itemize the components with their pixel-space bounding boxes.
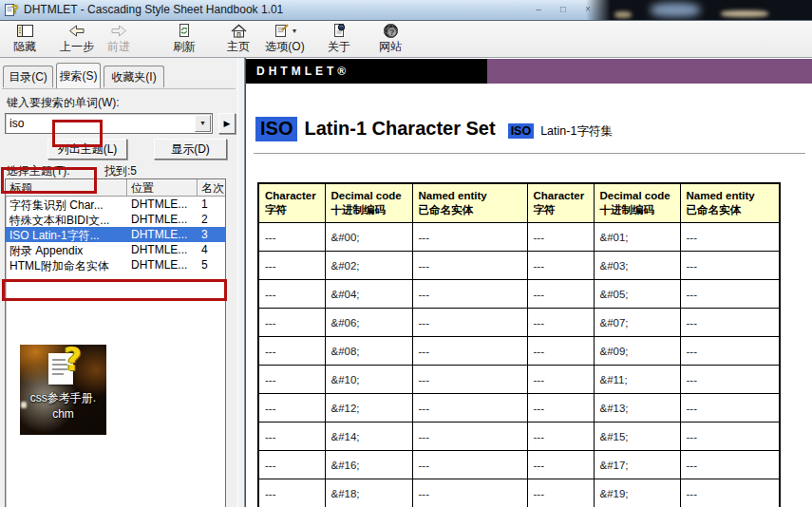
table-cell: --- — [527, 479, 594, 507]
next-word-button[interactable]: ▶ — [218, 113, 236, 134]
annotation-box-search-tab — [52, 120, 103, 147]
table-cell: --- — [258, 394, 325, 422]
table-cell: --- — [412, 422, 527, 451]
hide-button[interactable]: 隐藏 — [6, 22, 44, 56]
table-cell: &#01; — [594, 223, 680, 252]
tab-favorites[interactable]: 收藏夹(I) — [104, 66, 164, 87]
table-cell: --- — [258, 479, 325, 507]
list-item[interactable]: HTML附加命名实体DHTMLE...5 — [6, 257, 225, 272]
table-cell: &#15; — [594, 422, 680, 451]
options-icon: ▾ — [258, 22, 312, 40]
svg-text:?: ? — [11, 2, 19, 16]
result-title-cell: ISO Latin-1字符... — [6, 227, 127, 242]
list-item[interactable]: ISO Latin-1字符...DHTMLE...3 — [6, 227, 225, 242]
home-icon — [219, 22, 257, 40]
background-window-blur — [651, 3, 700, 17]
table-cell: --- — [258, 223, 325, 252]
table-cell: &#02; — [325, 252, 412, 280]
desktop-icon-label-line1: css参考手册. — [20, 391, 106, 405]
table-cell: --- — [412, 309, 527, 337]
table-cell: --- — [258, 309, 325, 337]
navigation-pane: 目录(C) 搜索(S) 收藏夹(I) 键入要搜索的单词(W): ▼ ▶ 列出主题… — [0, 58, 237, 507]
pane-splitter[interactable] — [237, 58, 245, 507]
table-cell: --- — [527, 366, 594, 394]
annotation-box-selected-result — [2, 279, 227, 301]
table-header-cell: Named entity已命名实体 — [412, 183, 527, 223]
list-item[interactable]: 特殊文本和BIDI文...DHTMLE...2 — [6, 212, 225, 227]
tab-search[interactable]: 搜索(S) — [56, 63, 101, 88]
table-cell: --- — [527, 451, 594, 479]
table-cell: --- — [680, 366, 780, 394]
search-keyword-label: 键入要搜索的单词(W): — [7, 95, 120, 111]
website-button[interactable]: ? 网站 — [371, 22, 409, 56]
table-row: ---&#04;------&#05;--- — [258, 280, 780, 309]
table-cell: --- — [680, 422, 780, 451]
options-button[interactable]: ▾ 选项(O) — [258, 22, 312, 56]
table-cell: --- — [412, 252, 527, 280]
table-cell: &#16; — [325, 451, 412, 479]
table-cell: --- — [680, 280, 780, 309]
table-cell: --- — [412, 479, 527, 507]
list-item[interactable]: 字符集识别 Char...DHTMLE...1 — [6, 197, 225, 212]
column-header-rank[interactable]: 名次 — [198, 179, 225, 197]
display-button[interactable]: 显示(D) — [154, 139, 227, 160]
result-rank-cell: 4 — [198, 242, 225, 257]
minimize-button[interactable]: – — [532, 3, 545, 15]
table-cell: --- — [527, 223, 594, 252]
about-button[interactable]: 关于 — [320, 22, 358, 56]
table-cell: &#19; — [594, 479, 680, 507]
desktop-icon-fragment: ? css参考手册. chm — [20, 345, 106, 435]
refresh-button[interactable]: 刷新 — [165, 22, 203, 56]
back-arrow-icon — [55, 22, 99, 40]
annotation-box-search-input — [1, 167, 97, 194]
table-cell: --- — [680, 451, 780, 479]
desktop-background-strip — [611, 0, 812, 20]
table-cell: --- — [258, 366, 325, 394]
table-cell: --- — [527, 337, 594, 366]
table-cell: --- — [258, 252, 325, 280]
result-location-cell: DHTMLE... — [127, 257, 198, 272]
svg-text:?: ? — [389, 28, 395, 37]
table-cell: &#06; — [325, 309, 412, 337]
column-header-location[interactable]: 位置 — [127, 179, 198, 197]
table-cell: --- — [680, 309, 780, 337]
home-button[interactable]: 主页 — [219, 22, 257, 56]
table-cell: --- — [527, 394, 594, 422]
list-item[interactable]: 附录 AppendixDHTMLE...4 — [6, 242, 225, 257]
subtitle-text: Latin-1字符集 — [540, 123, 613, 140]
table-cell: &#05; — [594, 280, 680, 309]
table-cell: &#14; — [325, 422, 412, 451]
table-cell: --- — [527, 422, 594, 451]
maximize-button[interactable]: □ — [557, 3, 570, 15]
table-cell: --- — [412, 337, 527, 366]
tab-page-edge — [2, 87, 236, 89]
result-title-cell: HTML附加命名实体 — [6, 257, 127, 272]
table-header-cell: Decimal code十进制编码 — [594, 183, 680, 223]
table-cell: --- — [527, 280, 594, 309]
table-row: ---&#08;------&#09;--- — [258, 337, 780, 366]
table-cell: --- — [680, 337, 780, 366]
result-location-cell: DHTMLE... — [127, 212, 198, 227]
result-location-cell: DHTMLE... — [127, 242, 198, 257]
title-text: Latin-1 Character Set — [304, 118, 495, 140]
forward-button[interactable]: 前进 — [100, 22, 138, 56]
tab-contents[interactable]: 目录(C) — [3, 66, 53, 87]
horizontal-rule — [254, 153, 805, 157]
window-title: DHTMLET - Cascading Style Sheet Handbook… — [24, 0, 283, 20]
result-rank-cell: 2 — [198, 212, 225, 227]
table-row: ---&#18;------&#19;--- — [258, 479, 780, 507]
desktop-icon-label-line2: chm — [20, 407, 106, 422]
table-cell: &#11; — [594, 366, 680, 394]
title-highlight-iso: ISO — [255, 117, 297, 141]
brand-banner: DHTMLET® — [246, 59, 487, 84]
search-results-listbox: 标题 位置 名次 字符集识别 Char...DHTMLE...1特殊文本和BID… — [5, 178, 226, 507]
table-cell: --- — [680, 223, 780, 252]
table-row: ---&#10;------&#11;--- — [258, 366, 780, 394]
table-cell: --- — [527, 309, 594, 337]
about-icon — [320, 22, 358, 40]
table-header-cell: Character字符 — [258, 183, 325, 223]
back-button[interactable]: 上一步 — [55, 22, 99, 56]
table-cell: &#17; — [594, 451, 680, 479]
window-titlebar[interactable]: ? DHTMLET - Cascading Style Sheet Handbo… — [0, 0, 611, 20]
combo-dropdown-button[interactable]: ▼ — [195, 115, 211, 132]
